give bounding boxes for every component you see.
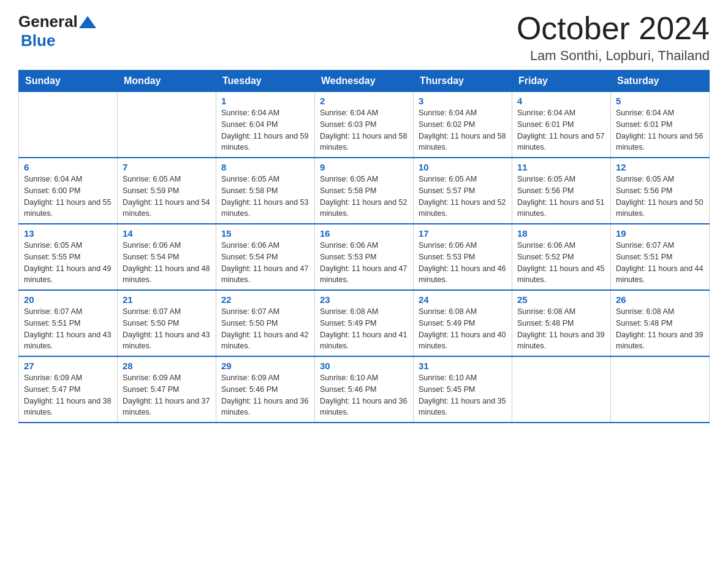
calendar-cell: 25Sunrise: 6:08 AMSunset: 5:48 PMDayligh… (512, 290, 611, 356)
day-info: Sunrise: 6:07 AMSunset: 5:50 PMDaylight:… (123, 306, 211, 352)
day-number: 11 (517, 162, 605, 172)
day-info: Sunrise: 6:09 AMSunset: 5:46 PMDaylight:… (221, 372, 309, 418)
calendar-cell (118, 92, 216, 158)
weekday-header-tuesday: Tuesday (216, 71, 315, 92)
calendar-cell (512, 356, 611, 423)
day-number: 14 (123, 228, 211, 239)
day-info: Sunrise: 6:07 AMSunset: 5:51 PMDaylight:… (616, 240, 704, 286)
week-row-5: 27Sunrise: 6:09 AMSunset: 5:47 PMDayligh… (19, 356, 710, 423)
day-number: 15 (221, 228, 309, 239)
calendar-cell: 17Sunrise: 6:06 AMSunset: 5:53 PMDayligh… (414, 224, 512, 290)
calendar-cell: 31Sunrise: 6:10 AMSunset: 5:45 PMDayligh… (414, 356, 512, 423)
day-number: 21 (123, 294, 211, 305)
calendar-cell: 28Sunrise: 6:09 AMSunset: 5:47 PMDayligh… (118, 356, 216, 423)
week-row-3: 13Sunrise: 6:05 AMSunset: 5:55 PMDayligh… (19, 224, 710, 290)
day-info: Sunrise: 6:06 AMSunset: 5:53 PMDaylight:… (419, 240, 507, 286)
calendar-cell: 1Sunrise: 6:04 AMSunset: 6:04 PMDaylight… (216, 92, 315, 158)
weekday-header-monday: Monday (118, 71, 216, 92)
calendar-cell: 14Sunrise: 6:06 AMSunset: 5:54 PMDayligh… (118, 224, 216, 290)
day-info: Sunrise: 6:09 AMSunset: 5:47 PMDaylight:… (123, 372, 211, 418)
day-info: Sunrise: 6:04 AMSunset: 6:04 PMDaylight:… (221, 107, 309, 153)
day-info: Sunrise: 6:08 AMSunset: 5:48 PMDaylight:… (517, 306, 605, 352)
calendar-cell (611, 356, 710, 423)
calendar-cell: 27Sunrise: 6:09 AMSunset: 5:47 PMDayligh… (19, 356, 118, 423)
logo-general-text: General (18, 12, 78, 31)
calendar-cell: 29Sunrise: 6:09 AMSunset: 5:46 PMDayligh… (216, 356, 315, 423)
day-number: 1 (221, 96, 309, 106)
day-number: 30 (320, 361, 408, 371)
day-number: 16 (320, 228, 408, 239)
day-info: Sunrise: 6:04 AMSunset: 6:01 PMDaylight:… (616, 107, 704, 153)
day-info: Sunrise: 6:10 AMSunset: 5:45 PMDaylight:… (419, 372, 507, 418)
calendar-cell: 21Sunrise: 6:07 AMSunset: 5:50 PMDayligh… (118, 290, 216, 356)
day-number: 19 (616, 228, 704, 239)
day-info: Sunrise: 6:05 AMSunset: 5:59 PMDaylight:… (123, 174, 211, 220)
title-block: October 2024 Lam Sonthi, Lopburi, Thaila… (517, 12, 710, 64)
day-number: 2 (320, 96, 408, 106)
calendar-cell: 23Sunrise: 6:08 AMSunset: 5:49 PMDayligh… (315, 290, 414, 356)
day-info: Sunrise: 6:06 AMSunset: 5:54 PMDaylight:… (221, 240, 309, 286)
logo-blue-text: Blue (21, 31, 55, 50)
day-number: 8 (221, 162, 309, 172)
week-row-4: 20Sunrise: 6:07 AMSunset: 5:51 PMDayligh… (19, 290, 710, 356)
page-header: General Blue October 2024 Lam Sonthi, Lo… (18, 12, 710, 64)
calendar-cell: 2Sunrise: 6:04 AMSunset: 6:03 PMDaylight… (315, 92, 414, 158)
logo-text: General (18, 12, 97, 31)
day-info: Sunrise: 6:05 AMSunset: 5:55 PMDaylight:… (24, 240, 112, 286)
week-row-2: 6Sunrise: 6:04 AMSunset: 6:00 PMDaylight… (19, 158, 710, 224)
calendar-cell: 30Sunrise: 6:10 AMSunset: 5:46 PMDayligh… (315, 356, 414, 423)
calendar-cell: 6Sunrise: 6:04 AMSunset: 6:00 PMDaylight… (19, 158, 118, 224)
calendar-cell: 15Sunrise: 6:06 AMSunset: 5:54 PMDayligh… (216, 224, 315, 290)
day-info: Sunrise: 6:06 AMSunset: 5:53 PMDaylight:… (320, 240, 408, 286)
day-info: Sunrise: 6:04 AMSunset: 6:01 PMDaylight:… (517, 107, 605, 153)
day-info: Sunrise: 6:04 AMSunset: 6:00 PMDaylight:… (24, 174, 112, 220)
calendar-cell: 22Sunrise: 6:07 AMSunset: 5:50 PMDayligh… (216, 290, 315, 356)
day-info: Sunrise: 6:08 AMSunset: 5:49 PMDaylight:… (419, 306, 507, 352)
logo: General Blue (18, 12, 97, 50)
day-number: 20 (24, 294, 112, 305)
day-number: 28 (123, 361, 211, 371)
calendar-cell: 11Sunrise: 6:05 AMSunset: 5:56 PMDayligh… (512, 158, 611, 224)
day-number: 17 (419, 228, 507, 239)
day-number: 25 (517, 294, 605, 305)
day-number: 26 (616, 294, 704, 305)
day-info: Sunrise: 6:08 AMSunset: 5:49 PMDaylight:… (320, 306, 408, 352)
day-number: 9 (320, 162, 408, 172)
day-info: Sunrise: 6:05 AMSunset: 5:58 PMDaylight:… (221, 174, 309, 220)
calendar-cell: 10Sunrise: 6:05 AMSunset: 5:57 PMDayligh… (414, 158, 512, 224)
day-info: Sunrise: 6:05 AMSunset: 5:57 PMDaylight:… (419, 174, 507, 220)
calendar-cell: 7Sunrise: 6:05 AMSunset: 5:59 PMDaylight… (118, 158, 216, 224)
day-number: 6 (24, 162, 112, 172)
calendar-cell: 3Sunrise: 6:04 AMSunset: 6:02 PMDaylight… (414, 92, 512, 158)
month-title: October 2024 (517, 12, 710, 44)
weekday-header-saturday: Saturday (611, 71, 710, 92)
day-info: Sunrise: 6:05 AMSunset: 5:56 PMDaylight:… (616, 174, 704, 220)
location-title: Lam Sonthi, Lopburi, Thailand (517, 48, 710, 64)
day-number: 13 (24, 228, 112, 239)
day-number: 24 (419, 294, 507, 305)
calendar-cell: 4Sunrise: 6:04 AMSunset: 6:01 PMDaylight… (512, 92, 611, 158)
weekday-header-row: SundayMondayTuesdayWednesdayThursdayFrid… (19, 71, 710, 92)
week-row-1: 1Sunrise: 6:04 AMSunset: 6:04 PMDaylight… (19, 92, 710, 158)
calendar-cell: 9Sunrise: 6:05 AMSunset: 5:58 PMDaylight… (315, 158, 414, 224)
day-number: 4 (517, 96, 605, 106)
calendar-cell: 18Sunrise: 6:06 AMSunset: 5:52 PMDayligh… (512, 224, 611, 290)
day-number: 7 (123, 162, 211, 172)
weekday-header-wednesday: Wednesday (315, 71, 414, 92)
day-info: Sunrise: 6:08 AMSunset: 5:48 PMDaylight:… (616, 306, 704, 352)
logo-triangle-icon (79, 16, 96, 28)
day-number: 22 (221, 294, 309, 305)
day-info: Sunrise: 6:07 AMSunset: 5:51 PMDaylight:… (24, 306, 112, 352)
day-number: 5 (616, 96, 704, 106)
day-info: Sunrise: 6:09 AMSunset: 5:47 PMDaylight:… (24, 372, 112, 418)
calendar-cell: 5Sunrise: 6:04 AMSunset: 6:01 PMDaylight… (611, 92, 710, 158)
day-info: Sunrise: 6:06 AMSunset: 5:52 PMDaylight:… (517, 240, 605, 286)
calendar-cell: 13Sunrise: 6:05 AMSunset: 5:55 PMDayligh… (19, 224, 118, 290)
day-info: Sunrise: 6:05 AMSunset: 5:58 PMDaylight:… (320, 174, 408, 220)
day-info: Sunrise: 6:04 AMSunset: 6:02 PMDaylight:… (419, 107, 507, 153)
calendar-cell: 26Sunrise: 6:08 AMSunset: 5:48 PMDayligh… (611, 290, 710, 356)
day-number: 27 (24, 361, 112, 371)
calendar-cell (19, 92, 118, 158)
day-number: 29 (221, 361, 309, 371)
day-info: Sunrise: 6:04 AMSunset: 6:03 PMDaylight:… (320, 107, 408, 153)
